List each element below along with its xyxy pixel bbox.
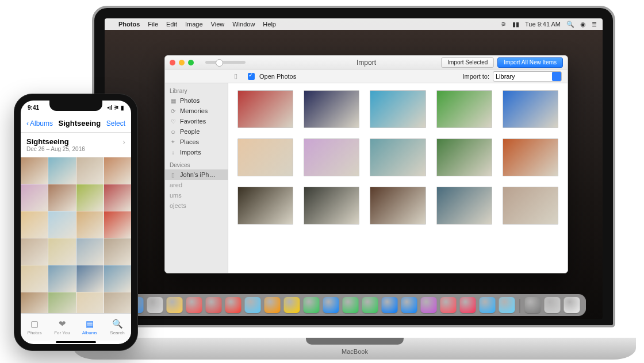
import-thumbnail[interactable] [304,138,359,176]
home-indicator[interactable] [21,341,131,344]
dock-app-icon[interactable] [245,297,261,313]
menubar-item-help[interactable]: Help [263,21,276,28]
photo-thumbnail[interactable] [104,265,131,292]
dock-app-icon[interactable] [460,297,476,313]
album-header[interactable]: › Sightseeing Dec 26 – Aug 25, 2016 [21,133,131,157]
photo-thumbnail[interactable] [104,157,131,184]
fullscreen-button[interactable] [188,60,194,65]
dock-app-icon[interactable] [323,297,339,313]
photo-thumbnail[interactable] [76,211,103,238]
photo-thumbnail[interactable] [21,184,48,211]
dock-app-icon[interactable] [480,297,496,313]
import-all-button[interactable]: Import All New Items [497,57,563,68]
photo-thumbnail[interactable] [21,157,48,184]
close-button[interactable] [170,60,175,65]
menubar-item-image[interactable]: Image [185,21,203,28]
dock-app-icon[interactable] [440,297,457,313]
sidebar-item-favorites[interactable]: ♡Favorites [165,116,228,126]
import-thumbnail[interactable] [237,138,293,176]
import-thumbnail[interactable] [370,90,425,128]
tab-albums[interactable]: ▤Albums [76,314,103,341]
dock-app-icon[interactable] [343,297,359,313]
import-thumbnail[interactable] [304,90,359,128]
sidebar-item-device-iphone[interactable]: ▯John's iPh… [165,169,228,180]
sidebar-item-albums[interactable]: ums [165,190,228,200]
dock-app-icon[interactable] [225,297,241,313]
album-photo-grid[interactable] [21,157,131,313]
photo-thumbnail[interactable] [104,292,131,313]
photo-thumbnail[interactable] [21,265,48,292]
photo-thumbnail[interactable] [21,238,48,265]
dock-app-icon[interactable] [264,297,281,313]
menubar-clock[interactable]: Tue 9:41 AM [525,21,561,28]
dock-app-icon[interactable] [499,297,515,313]
dock-app-icon[interactable] [421,297,437,313]
dock-app-icon[interactable] [304,297,320,313]
photo-thumbnail[interactable] [104,184,131,211]
nav-back-button[interactable]: ‹Albums [26,119,53,128]
dock-app-icon[interactable] [362,297,378,313]
notification-center-icon[interactable]: ≣ [592,21,597,28]
menubar-app-name[interactable]: Photos [118,21,140,28]
photo-thumbnail[interactable] [76,238,103,265]
photo-thumbnail[interactable] [48,292,75,313]
photo-thumbnail[interactable] [76,265,103,292]
photo-thumbnail[interactable] [76,292,103,313]
import-thumbnail[interactable] [436,187,492,225]
sidebar-item-projects[interactable]: ojects [165,200,228,211]
sidebar-item-shared[interactable]: ared [165,180,228,190]
sidebar-item-memories[interactable]: ⟳Memories [165,106,228,116]
open-photos-checkbox[interactable] [248,73,255,80]
dock-app-icon[interactable] [167,297,183,313]
import-thumbnail[interactable] [436,138,492,176]
import-thumbnail[interactable] [304,187,359,225]
photo-thumbnail[interactable] [48,184,75,211]
tab-photos[interactable]: ▢Photos [21,314,48,341]
menubar-item-window[interactable]: Window [232,21,255,28]
minimize-button[interactable] [179,60,185,65]
import-thumbnail[interactable] [370,138,425,176]
dock-app-icon[interactable] [564,297,580,313]
sidebar-item-places[interactable]: ⌖Places [165,137,228,147]
photo-thumbnail[interactable] [48,157,75,184]
wifi-icon[interactable]: ⚞ [501,21,507,28]
dock-app-icon[interactable] [382,297,398,313]
sidebar-item-imports[interactable]: ↓Imports [165,147,228,157]
tab-for-you[interactable]: ❤︎For You [48,314,76,341]
sidebar-item-people[interactable]: ☺People [165,126,228,137]
dock-app-icon[interactable] [545,297,561,313]
photo-thumbnail[interactable] [76,184,103,211]
import-thumbnail[interactable] [503,138,558,176]
siri-icon[interactable]: ◉ [580,21,586,28]
dock-app-icon[interactable] [525,297,541,313]
import-thumbnail[interactable] [237,90,293,128]
sidebar-item-photos[interactable]: ▦Photos [165,95,228,106]
import-thumbnail[interactable] [370,187,425,225]
photo-thumbnail[interactable] [21,211,48,238]
menubar-item-file[interactable]: File [148,21,158,28]
photo-thumbnail[interactable] [76,157,103,184]
dock-app-icon[interactable] [206,297,222,313]
dock-app-icon[interactable] [401,297,417,313]
photo-thumbnail[interactable] [21,292,48,313]
battery-icon[interactable]: ▮▮ [512,21,519,28]
import-thumbnail[interactable] [436,90,492,128]
tab-search[interactable]: 🔍Search [103,314,131,341]
dock-app-icon[interactable] [186,297,202,313]
import-to-select[interactable]: Library [493,71,562,82]
photo-thumbnail[interactable] [104,238,131,265]
import-thumbnail[interactable] [503,90,558,128]
dock-app-icon[interactable] [284,297,300,313]
nav-select-button[interactable]: Select [106,119,125,128]
photo-thumbnail[interactable] [48,211,75,238]
import-selected-button[interactable]: Import Selected [441,57,494,68]
import-thumbnail[interactable] [503,187,558,225]
menubar-item-view[interactable]: View [211,21,225,28]
thumbnail-zoom-slider[interactable] [205,61,246,64]
dock-app-icon[interactable] [147,297,163,313]
photo-thumbnail[interactable] [48,238,75,265]
spotlight-icon[interactable]: 🔍 [566,21,574,28]
photo-thumbnail[interactable] [104,211,131,238]
import-thumbnail[interactable] [237,187,293,225]
menubar-item-edit[interactable]: Edit [166,21,177,28]
